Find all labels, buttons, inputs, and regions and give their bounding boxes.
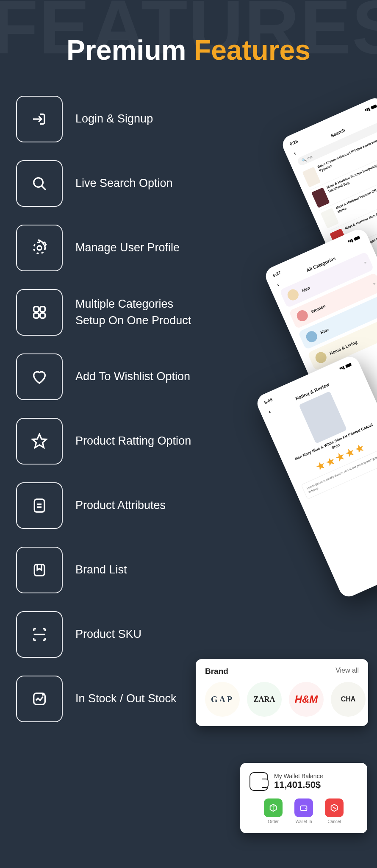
wallet-icon — [249, 772, 268, 791]
review-product-image — [299, 391, 347, 444]
wallet-card: My Wallet Balance 11,401.50$ Order Walle… — [240, 763, 367, 833]
heart-icon — [16, 353, 63, 400]
star-icon — [16, 418, 63, 465]
login-icon — [16, 96, 63, 142]
svg-rect-11 — [34, 565, 44, 576]
brand-logo: ZARA — [247, 682, 282, 717]
document-icon — [16, 482, 63, 529]
title-part1: Premium — [67, 34, 194, 66]
brand-title: Brand — [205, 667, 228, 676]
svg-rect-6 — [40, 313, 45, 318]
feature-sku: Product SKU — [16, 611, 199, 658]
svg-point-14 — [42, 694, 44, 696]
search-icon — [16, 160, 63, 207]
feature-label: Add To Wishlist Option — [75, 368, 190, 385]
svg-rect-5 — [34, 313, 39, 318]
svg-line-1 — [42, 186, 46, 190]
svg-rect-3 — [34, 307, 39, 312]
feature-search: Live Search Option — [16, 160, 199, 207]
page-title: Premium Features — [0, 0, 377, 66]
feature-wishlist: Add To Wishlist Option — [16, 353, 199, 400]
wallet-action-order: Order — [264, 798, 283, 824]
feature-attributes: Product Attributes — [16, 482, 199, 529]
feature-label: Product SKU — [75, 626, 141, 643]
mockup-time: 5:05 — [263, 397, 273, 405]
feature-categories: Multiple Categories Setup On One Product — [16, 289, 199, 336]
wallet-action-cancel: Cancel — [325, 798, 344, 824]
feature-login: Login & Signup — [16, 96, 199, 142]
feature-label: Product Attributes — [75, 497, 166, 514]
wallet-action-walletin: Wallet-In — [294, 798, 313, 824]
feature-label: Multiple Categories Setup On One Product — [75, 296, 199, 329]
wallet-label: My Wallet Balance — [274, 773, 323, 779]
svg-point-0 — [34, 178, 43, 187]
sku-icon — [16, 611, 63, 658]
title-part2: Features — [194, 34, 310, 66]
mockup-review: 5:05 Rating & Review Men Navy Blue & Whi… — [254, 353, 377, 600]
bookmark-icon — [16, 547, 63, 593]
brand-card: Brand View all GAP ZARA H&M CHA — [196, 659, 368, 726]
feature-label: Login & Signup — [75, 111, 153, 127]
feature-label: Brand List — [75, 562, 127, 578]
svg-rect-8 — [34, 499, 44, 512]
feature-stock: In Stock / Out Stock — [16, 676, 199, 722]
mockup-time: 6:27 — [272, 270, 282, 278]
mockup-time: 6:26 — [289, 139, 299, 146]
feature-profile: Manage User Profile — [16, 225, 199, 271]
svg-rect-4 — [40, 307, 45, 312]
svg-point-2 — [37, 246, 42, 250]
brand-logo: H&M — [289, 682, 324, 717]
grid-icon — [16, 289, 63, 336]
wallet-amount: 11,401.50$ — [274, 779, 323, 790]
brand-viewall: View all — [335, 667, 359, 676]
svg-line-16 — [333, 807, 335, 809]
feature-label: Manage User Profile — [75, 239, 180, 256]
stock-icon — [16, 676, 63, 722]
feature-label: Product Ratting Option — [75, 433, 191, 449]
feature-rating: Product Ratting Option — [16, 418, 199, 465]
feature-brand: Brand List — [16, 547, 199, 593]
gear-icon — [16, 225, 63, 271]
svg-marker-7 — [32, 434, 46, 448]
brand-logo: CHA — [331, 682, 366, 717]
brand-logo: GAP — [205, 682, 240, 717]
feature-label: In Stock / Out Stock — [75, 690, 177, 707]
feature-list: Login & Signup Live Search Option Manage… — [0, 66, 199, 722]
feature-label: Live Search Option — [75, 175, 173, 192]
